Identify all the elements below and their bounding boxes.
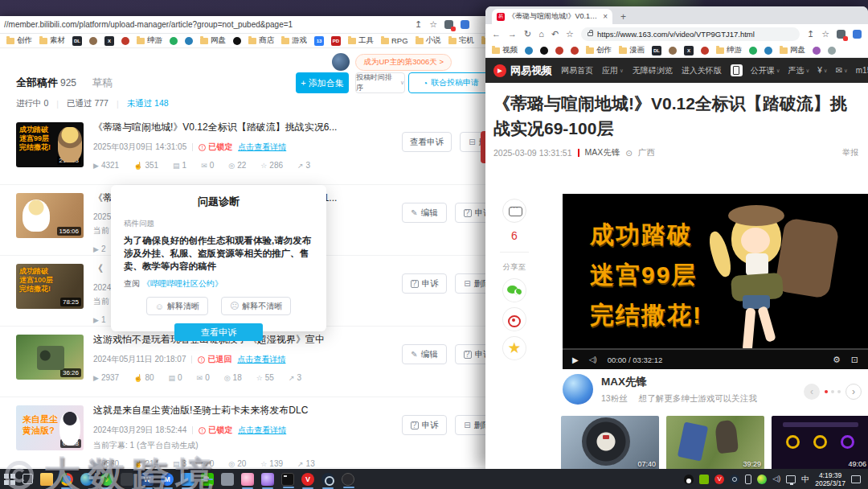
play-button[interactable]: ▶ [572, 355, 579, 364]
bookmark-icon[interactable] [749, 47, 757, 55]
bookmark-x-icon[interactable]: X [104, 36, 114, 46]
uploader-name[interactable]: MAX先锋 [601, 375, 757, 389]
extension-icon[interactable] [837, 30, 845, 39]
edge-icon[interactable] [80, 473, 93, 486]
bookmark-13-icon[interactable]: 13 [314, 36, 324, 46]
bookmark-folder[interactable]: RPG [381, 36, 408, 45]
app-qr-icon[interactable] [731, 64, 743, 76]
up-days-pill[interactable]: 成为UP主的第3006天 > [355, 54, 452, 71]
joint-submission-button[interactable]: ◔联合投稿申请 [408, 72, 490, 93]
bookmark-icon[interactable] [701, 47, 709, 55]
view-details-link[interactable]: 点击查看详情 [238, 142, 286, 153]
sort-select[interactable]: 投稿时间排序∨ [355, 72, 405, 93]
video-thumbnail[interactable]: 来自星尘 黄油版? 04:28 [16, 405, 84, 450]
video-title[interactable]: 《蒂璐与喧闹地城!》V0.12全标识【踏破流】挑战实况6... [93, 121, 387, 134]
video-player[interactable]: 成功踏破 迷宫99层 完结撒花! ▶ ◁) 00:00 / 03:32:12 ⚙… [563, 194, 868, 369]
view-appeal-primary-button[interactable]: 查看申诉 [174, 323, 263, 341]
nav-open-course[interactable]: 公开课∨ [751, 65, 780, 76]
anime-app-icon-2[interactable] [261, 473, 274, 486]
nav-apps[interactable]: 应用∨ [602, 65, 624, 76]
gray-app-icon[interactable] [221, 473, 234, 486]
bookmark-icon[interactable] [828, 47, 836, 55]
related-video-thumbnail[interactable]: 49:06 [772, 416, 868, 469]
author-name[interactable]: MAX先锋 [585, 147, 620, 158]
nav-care-mode[interactable]: 进入关怀版 [682, 65, 722, 76]
bookmark-icon[interactable] [121, 37, 129, 45]
bookmark-icon[interactable] [170, 37, 178, 45]
task-view-button[interactable] [23, 474, 33, 484]
home-icon[interactable]: ⌂ [538, 30, 544, 39]
filter-in-progress[interactable]: 进行中 0 [16, 98, 48, 109]
nav-pay[interactable]: ¥∨ [817, 66, 827, 75]
wechat-share-icon[interactable] [503, 279, 526, 302]
appeal-button[interactable]: ?申诉 [402, 415, 447, 435]
tab-drafts[interactable]: 草稿 [92, 76, 113, 90]
share-icon[interactable]: ↥ [415, 20, 422, 29]
video-title[interactable]: 这就是来自星尘黄油版!圣骑士莉卡未来将发布DLC [93, 404, 387, 417]
bookmark-folder[interactable]: 视频 [492, 45, 518, 55]
bookmark-icon[interactable] [89, 37, 97, 45]
extension-icon-blue[interactable] [853, 30, 862, 39]
bookmark-icon[interactable] [540, 47, 548, 55]
nav-home[interactable]: 网易首页 [561, 65, 593, 76]
url-text[interactable]: //member.bilibili.com/platform/upload-ma… [4, 20, 407, 29]
extension-icon[interactable] [444, 20, 453, 29]
bookmark-pd-icon[interactable]: PD [331, 36, 341, 46]
back-icon[interactable]: ← [492, 30, 501, 39]
notification-center-icon[interactable] [851, 475, 861, 483]
foxit-tray-icon[interactable]: V [714, 475, 724, 484]
taskbar-clock[interactable]: 4:19:39 2025/3/17 [815, 471, 845, 487]
steam-icon[interactable] [321, 473, 334, 486]
volume-tray-icon[interactable]: ◁) [772, 475, 780, 484]
blue-app-icon[interactable] [181, 473, 194, 486]
bookmark-icon[interactable] [185, 37, 193, 45]
bookmark-star-icon[interactable]: ☆ [429, 20, 437, 29]
bookmark-x-icon[interactable]: X [684, 46, 694, 55]
bookmark-icon[interactable] [525, 47, 533, 55]
steam-tray-icon[interactable] [730, 475, 739, 484]
bookmark-folder[interactable]: 创作 [586, 45, 612, 55]
reload-icon[interactable]: ↻ [524, 30, 531, 39]
bookmark-dl-icon[interactable]: DL [72, 36, 82, 46]
related-video-thumbnail[interactable]: 39:29 [666, 416, 764, 469]
carousel-next-button[interactable]: › [845, 384, 862, 400]
carousel-prev-button[interactable]: ‹ [804, 384, 820, 400]
video-thumbnail[interactable]: 36:26 [16, 335, 84, 380]
forward-icon[interactable]: → [508, 30, 517, 39]
bookmark-icon[interactable] [669, 47, 677, 55]
video-thumbnail[interactable]: 成功踏破 迷宫99层 完结撒花! 212:13 [16, 122, 84, 167]
feedback-unclear-button[interactable]: ☹解释不清晰 [221, 297, 291, 315]
bookmark-folder[interactable]: 小说 [416, 35, 441, 46]
bookmark-folder[interactable]: 商店 [248, 35, 274, 46]
feedback-clear-button[interactable]: ☺解释清晰 [146, 297, 208, 315]
nav-accessibility[interactable]: 无障碍浏览 [633, 65, 673, 76]
network-tray-icon[interactable] [786, 475, 796, 483]
filter-not-passed[interactable]: 未通过 148 [127, 98, 169, 109]
nav-yanxuan[interactable]: 严选∨ [788, 65, 810, 76]
bookmark-folder[interactable]: 网盘 [780, 45, 805, 55]
bookmark-folder[interactable]: 绅游 [716, 45, 742, 55]
undo-icon[interactable]: ↶ [551, 30, 559, 39]
qq-music-tray-icon[interactable] [757, 475, 767, 484]
foxit-icon[interactable]: V [301, 473, 314, 486]
bookmark-icon[interactable] [813, 47, 821, 55]
browser-tab[interactable]: 易 《蒂璐与喧闹地城!》V0.12全标识【踏破流】挑战实况69-100层 × [492, 9, 612, 24]
qq-tray-icon[interactable] [684, 475, 694, 484]
mail-icon[interactable]: ✉∨ [836, 66, 848, 75]
bookmark-folder[interactable]: 漫画 [619, 45, 645, 55]
console-window-icon[interactable] [281, 473, 294, 486]
community-rules-link[interactable]: 《哔哩哔哩社区公约》 [142, 279, 223, 288]
view-details-link[interactable]: 点击查看详情 [238, 425, 286, 436]
username[interactable]: m151772 [856, 66, 868, 75]
tab-all-manuscripts[interactable]: 全部稿件925 [16, 76, 76, 90]
weibo-share-icon[interactable] [503, 308, 526, 331]
bookmark-folder[interactable]: 网盘 [200, 35, 226, 46]
game-launcher-icon[interactable] [342, 473, 354, 486]
bookmark-folder[interactable]: 创作 [6, 35, 32, 46]
start-button[interactable] [4, 474, 15, 485]
bookmark-folder[interactable]: 工具 [348, 35, 374, 46]
nvidia-tray-icon[interactable] [699, 475, 709, 484]
user-avatar[interactable] [332, 53, 350, 71]
bookmark-icon[interactable] [571, 47, 579, 55]
settings-gear-icon[interactable]: ⚙ [833, 355, 841, 365]
